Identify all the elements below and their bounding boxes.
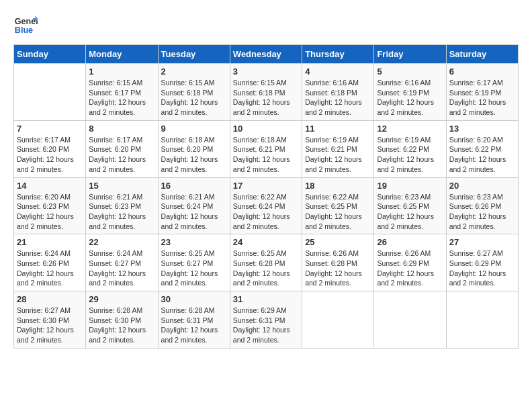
day-number: 26 xyxy=(377,237,443,247)
day-number: 13 xyxy=(449,124,515,134)
calendar-cell: 19Sunrise: 6:23 AM Sunset: 6:25 PM Dayli… xyxy=(374,177,446,234)
calendar-cell: 29Sunrise: 6:28 AM Sunset: 6:30 PM Dayli… xyxy=(86,291,158,349)
calendar-cell: 5Sunrise: 6:16 AM Sunset: 6:19 PM Daylig… xyxy=(374,64,446,121)
day-info: Sunrise: 6:28 AM Sunset: 6:31 PM Dayligh… xyxy=(161,306,227,345)
day-number: 14 xyxy=(17,181,83,191)
weekday-header-monday: Monday xyxy=(86,45,158,64)
calendar-cell: 15Sunrise: 6:21 AM Sunset: 6:23 PM Dayli… xyxy=(86,177,158,234)
day-number: 16 xyxy=(161,181,227,191)
calendar-week-1: 1Sunrise: 6:15 AM Sunset: 6:17 PM Daylig… xyxy=(14,64,519,121)
day-info: Sunrise: 6:19 AM Sunset: 6:22 PM Dayligh… xyxy=(377,135,443,175)
day-info: Sunrise: 6:17 AM Sunset: 6:20 PM Dayligh… xyxy=(17,135,83,175)
day-number: 19 xyxy=(377,181,443,191)
day-number: 22 xyxy=(89,237,154,247)
calendar-cell: 7Sunrise: 6:17 AM Sunset: 6:20 PM Daylig… xyxy=(14,120,86,177)
calendar-week-3: 14Sunrise: 6:20 AM Sunset: 6:23 PM Dayli… xyxy=(14,177,519,234)
calendar-cell: 12Sunrise: 6:19 AM Sunset: 6:22 PM Dayli… xyxy=(374,120,446,177)
calendar-cell: 30Sunrise: 6:28 AM Sunset: 6:31 PM Dayli… xyxy=(158,291,230,349)
calendar-cell: 18Sunrise: 6:22 AM Sunset: 6:25 PM Dayli… xyxy=(302,177,374,234)
calendar-cell: 31Sunrise: 6:29 AM Sunset: 6:31 PM Dayli… xyxy=(230,291,302,349)
weekday-header-thursday: Thursday xyxy=(302,45,374,64)
day-info: Sunrise: 6:24 AM Sunset: 6:26 PM Dayligh… xyxy=(17,248,83,288)
day-info: Sunrise: 6:21 AM Sunset: 6:24 PM Dayligh… xyxy=(161,192,227,232)
calendar-cell xyxy=(302,291,374,349)
calendar-cell xyxy=(374,291,446,349)
calendar-cell: 28Sunrise: 6:27 AM Sunset: 6:30 PM Dayli… xyxy=(14,291,86,349)
day-info: Sunrise: 6:20 AM Sunset: 6:22 PM Dayligh… xyxy=(449,135,515,175)
day-number: 8 xyxy=(89,124,154,134)
day-info: Sunrise: 6:24 AM Sunset: 6:27 PM Dayligh… xyxy=(89,248,154,288)
day-info: Sunrise: 6:19 AM Sunset: 6:21 PM Dayligh… xyxy=(305,135,371,175)
calendar-cell: 16Sunrise: 6:21 AM Sunset: 6:24 PM Dayli… xyxy=(158,177,230,234)
page-header: General Blue xyxy=(13,13,519,38)
day-number: 24 xyxy=(233,237,299,247)
calendar-cell: 21Sunrise: 6:24 AM Sunset: 6:26 PM Dayli… xyxy=(14,234,86,291)
day-number: 1 xyxy=(89,66,154,77)
calendar-cell: 25Sunrise: 6:26 AM Sunset: 6:28 PM Dayli… xyxy=(302,234,374,291)
calendar-cell: 6Sunrise: 6:17 AM Sunset: 6:19 PM Daylig… xyxy=(446,64,518,121)
day-number: 3 xyxy=(233,66,299,77)
day-info: Sunrise: 6:17 AM Sunset: 6:20 PM Dayligh… xyxy=(89,135,154,175)
calendar-cell xyxy=(446,291,518,349)
logo: General Blue xyxy=(13,13,40,38)
day-number: 15 xyxy=(89,181,154,191)
calendar-table: SundayMondayTuesdayWednesdayThursdayFrid… xyxy=(13,44,519,349)
calendar-week-2: 7Sunrise: 6:17 AM Sunset: 6:20 PM Daylig… xyxy=(14,120,519,177)
day-number: 21 xyxy=(17,237,83,247)
day-info: Sunrise: 6:26 AM Sunset: 6:29 PM Dayligh… xyxy=(377,248,443,288)
calendar-cell: 9Sunrise: 6:18 AM Sunset: 6:20 PM Daylig… xyxy=(158,120,230,177)
day-number: 27 xyxy=(449,237,515,247)
calendar-cell: 13Sunrise: 6:20 AM Sunset: 6:22 PM Dayli… xyxy=(446,120,518,177)
day-info: Sunrise: 6:27 AM Sunset: 6:30 PM Dayligh… xyxy=(17,306,83,345)
weekday-header-row: SundayMondayTuesdayWednesdayThursdayFrid… xyxy=(14,45,519,64)
calendar-cell: 26Sunrise: 6:26 AM Sunset: 6:29 PM Dayli… xyxy=(374,234,446,291)
weekday-header-saturday: Saturday xyxy=(446,45,518,64)
day-info: Sunrise: 6:21 AM Sunset: 6:23 PM Dayligh… xyxy=(89,192,154,232)
day-number: 31 xyxy=(233,294,299,304)
day-info: Sunrise: 6:15 AM Sunset: 6:18 PM Dayligh… xyxy=(233,78,299,118)
calendar-cell: 23Sunrise: 6:25 AM Sunset: 6:27 PM Dayli… xyxy=(158,234,230,291)
day-info: Sunrise: 6:22 AM Sunset: 6:25 PM Dayligh… xyxy=(305,192,371,232)
calendar-cell: 1Sunrise: 6:15 AM Sunset: 6:17 PM Daylig… xyxy=(86,64,158,121)
calendar-cell: 8Sunrise: 6:17 AM Sunset: 6:20 PM Daylig… xyxy=(86,120,158,177)
day-number: 25 xyxy=(305,237,371,247)
day-number: 12 xyxy=(377,124,443,134)
day-info: Sunrise: 6:29 AM Sunset: 6:31 PM Dayligh… xyxy=(233,306,299,345)
calendar-cell: 17Sunrise: 6:22 AM Sunset: 6:24 PM Dayli… xyxy=(230,177,302,234)
day-info: Sunrise: 6:28 AM Sunset: 6:30 PM Dayligh… xyxy=(89,306,154,345)
calendar-cell: 4Sunrise: 6:16 AM Sunset: 6:18 PM Daylig… xyxy=(302,64,374,121)
calendar-cell: 24Sunrise: 6:25 AM Sunset: 6:28 PM Dayli… xyxy=(230,234,302,291)
weekday-header-tuesday: Tuesday xyxy=(158,45,230,64)
calendar-cell: 22Sunrise: 6:24 AM Sunset: 6:27 PM Dayli… xyxy=(86,234,158,291)
day-number: 17 xyxy=(233,181,299,191)
logo-icon: General Blue xyxy=(13,13,38,38)
day-info: Sunrise: 6:16 AM Sunset: 6:19 PM Dayligh… xyxy=(377,78,443,118)
day-info: Sunrise: 6:15 AM Sunset: 6:17 PM Dayligh… xyxy=(89,78,154,118)
calendar-cell: 14Sunrise: 6:20 AM Sunset: 6:23 PM Dayli… xyxy=(14,177,86,234)
calendar-cell: 27Sunrise: 6:27 AM Sunset: 6:29 PM Dayli… xyxy=(446,234,518,291)
calendar-cell: 20Sunrise: 6:23 AM Sunset: 6:26 PM Dayli… xyxy=(446,177,518,234)
day-number: 7 xyxy=(17,124,83,134)
calendar-cell: 3Sunrise: 6:15 AM Sunset: 6:18 PM Daylig… xyxy=(230,64,302,121)
day-info: Sunrise: 6:25 AM Sunset: 6:28 PM Dayligh… xyxy=(233,248,299,288)
calendar-cell: 11Sunrise: 6:19 AM Sunset: 6:21 PM Dayli… xyxy=(302,120,374,177)
weekday-header-friday: Friday xyxy=(374,45,446,64)
day-info: Sunrise: 6:25 AM Sunset: 6:27 PM Dayligh… xyxy=(161,248,227,288)
calendar-cell: 10Sunrise: 6:18 AM Sunset: 6:21 PM Dayli… xyxy=(230,120,302,177)
calendar-week-5: 28Sunrise: 6:27 AM Sunset: 6:30 PM Dayli… xyxy=(14,291,519,349)
day-number: 23 xyxy=(161,237,227,247)
day-number: 10 xyxy=(233,124,299,134)
day-number: 11 xyxy=(305,124,371,134)
weekday-header-wednesday: Wednesday xyxy=(230,45,302,64)
calendar-cell xyxy=(14,64,86,121)
day-info: Sunrise: 6:23 AM Sunset: 6:26 PM Dayligh… xyxy=(449,192,515,232)
day-info: Sunrise: 6:16 AM Sunset: 6:18 PM Dayligh… xyxy=(305,78,371,118)
day-info: Sunrise: 6:18 AM Sunset: 6:20 PM Dayligh… xyxy=(161,135,227,175)
day-number: 18 xyxy=(305,181,371,191)
day-info: Sunrise: 6:17 AM Sunset: 6:19 PM Dayligh… xyxy=(449,78,515,118)
calendar-cell: 2Sunrise: 6:15 AM Sunset: 6:18 PM Daylig… xyxy=(158,64,230,121)
day-number: 6 xyxy=(449,66,515,77)
svg-text:Blue: Blue xyxy=(15,26,33,35)
day-number: 29 xyxy=(89,294,154,304)
day-info: Sunrise: 6:27 AM Sunset: 6:29 PM Dayligh… xyxy=(449,248,515,288)
